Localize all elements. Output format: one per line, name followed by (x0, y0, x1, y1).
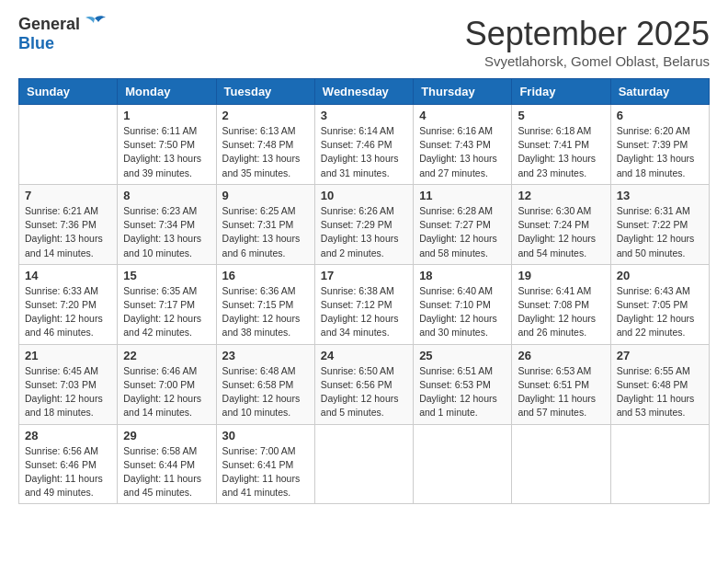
day-cell: 26Sunrise: 6:53 AMSunset: 6:51 PMDayligh… (512, 344, 610, 424)
day-info: Sunrise: 6:50 AMSunset: 6:56 PMDaylight:… (321, 364, 407, 420)
day-cell: 2Sunrise: 6:13 AMSunset: 7:48 PMDaylight… (216, 105, 314, 185)
day-cell: 15Sunrise: 6:35 AMSunset: 7:17 PMDayligh… (118, 264, 216, 344)
day-info: Sunrise: 6:11 AMSunset: 7:50 PMDaylight:… (123, 124, 210, 180)
day-cell: 8Sunrise: 6:23 AMSunset: 7:34 PMDaylight… (118, 184, 216, 264)
day-number: 26 (518, 349, 604, 362)
day-info: Sunrise: 6:16 AMSunset: 7:43 PMDaylight:… (419, 124, 506, 180)
logo-bird-icon (82, 15, 108, 35)
day-cell: 12Sunrise: 6:30 AMSunset: 7:24 PMDayligh… (512, 184, 610, 264)
weekday-header-friday: Friday (512, 79, 610, 105)
day-number: 20 (617, 269, 703, 282)
day-number: 23 (222, 349, 309, 362)
day-info: Sunrise: 6:56 AMSunset: 6:46 PMDaylight:… (25, 444, 111, 500)
day-number: 25 (419, 349, 506, 362)
day-info: Sunrise: 6:21 AMSunset: 7:36 PMDaylight:… (25, 204, 111, 260)
week-row-3: 14Sunrise: 6:33 AMSunset: 7:20 PMDayligh… (19, 264, 710, 344)
day-cell (610, 424, 709, 504)
day-cell (314, 424, 413, 504)
day-info: Sunrise: 6:46 AMSunset: 7:00 PMDaylight:… (123, 364, 210, 420)
day-info: Sunrise: 6:38 AMSunset: 7:12 PMDaylight:… (321, 284, 407, 340)
day-number: 11 (419, 189, 506, 202)
day-cell: 7Sunrise: 6:21 AMSunset: 7:36 PMDaylight… (19, 184, 118, 264)
month-title: September 2025 (465, 15, 710, 53)
day-number: 28 (25, 429, 111, 442)
week-row-5: 28Sunrise: 6:56 AMSunset: 6:46 PMDayligh… (19, 424, 710, 504)
day-cell: 19Sunrise: 6:41 AMSunset: 7:08 PMDayligh… (512, 264, 610, 344)
day-info: Sunrise: 6:30 AMSunset: 7:24 PMDaylight:… (518, 204, 604, 260)
subtitle: Svyetlahorsk, Gomel Oblast, Belarus (465, 53, 710, 69)
weekday-header-saturday: Saturday (610, 79, 709, 105)
weekday-header-thursday: Thursday (414, 79, 512, 105)
day-cell: 29Sunrise: 6:58 AMSunset: 6:44 PMDayligh… (118, 424, 216, 504)
day-number: 19 (518, 269, 604, 282)
day-cell: 16Sunrise: 6:36 AMSunset: 7:15 PMDayligh… (216, 264, 314, 344)
day-number: 3 (321, 109, 407, 122)
day-number: 7 (25, 189, 111, 202)
day-info: Sunrise: 6:51 AMSunset: 6:53 PMDaylight:… (419, 364, 506, 420)
day-info: Sunrise: 6:41 AMSunset: 7:08 PMDaylight:… (518, 284, 604, 340)
day-info: Sunrise: 6:40 AMSunset: 7:10 PMDaylight:… (419, 284, 506, 340)
day-number: 14 (25, 269, 111, 282)
day-cell: 5Sunrise: 6:18 AMSunset: 7:41 PMDaylight… (512, 105, 610, 185)
day-number: 2 (222, 109, 309, 122)
day-cell: 11Sunrise: 6:28 AMSunset: 7:27 PMDayligh… (414, 184, 512, 264)
day-number: 10 (321, 189, 407, 202)
day-cell: 22Sunrise: 6:46 AMSunset: 7:00 PMDayligh… (118, 344, 216, 424)
day-info: Sunrise: 6:58 AMSunset: 6:44 PMDaylight:… (123, 444, 210, 500)
day-info: Sunrise: 7:00 AMSunset: 6:41 PMDaylight:… (222, 444, 309, 500)
day-info: Sunrise: 6:33 AMSunset: 7:20 PMDaylight:… (25, 284, 111, 340)
day-info: Sunrise: 6:45 AMSunset: 7:03 PMDaylight:… (25, 364, 111, 420)
day-info: Sunrise: 6:28 AMSunset: 7:27 PMDaylight:… (419, 204, 506, 260)
day-number: 22 (123, 349, 210, 362)
day-cell: 24Sunrise: 6:50 AMSunset: 6:56 PMDayligh… (314, 344, 413, 424)
calendar-table: SundayMondayTuesdayWednesdayThursdayFrid… (18, 78, 710, 504)
day-info: Sunrise: 6:25 AMSunset: 7:31 PMDaylight:… (222, 204, 309, 260)
logo-blue: Blue (18, 35, 54, 53)
day-number: 27 (617, 349, 703, 362)
day-number: 21 (25, 349, 111, 362)
day-info: Sunrise: 6:14 AMSunset: 7:46 PMDaylight:… (321, 124, 407, 180)
day-number: 4 (419, 109, 506, 122)
day-cell: 9Sunrise: 6:25 AMSunset: 7:31 PMDaylight… (216, 184, 314, 264)
day-cell: 4Sunrise: 6:16 AMSunset: 7:43 PMDaylight… (414, 105, 512, 185)
day-info: Sunrise: 6:23 AMSunset: 7:34 PMDaylight:… (123, 204, 210, 260)
weekday-header-wednesday: Wednesday (314, 79, 413, 105)
day-number: 6 (617, 109, 703, 122)
logo: General Blue (18, 15, 108, 53)
weekday-header-sunday: Sunday (19, 79, 118, 105)
day-info: Sunrise: 6:13 AMSunset: 7:48 PMDaylight:… (222, 124, 309, 180)
day-info: Sunrise: 6:18 AMSunset: 7:41 PMDaylight:… (518, 124, 604, 180)
day-cell: 25Sunrise: 6:51 AMSunset: 6:53 PMDayligh… (414, 344, 512, 424)
day-number: 13 (617, 189, 703, 202)
day-cell: 28Sunrise: 6:56 AMSunset: 6:46 PMDayligh… (19, 424, 118, 504)
day-number: 24 (321, 349, 407, 362)
day-cell: 10Sunrise: 6:26 AMSunset: 7:29 PMDayligh… (314, 184, 413, 264)
weekday-header-monday: Monday (118, 79, 216, 105)
week-row-2: 7Sunrise: 6:21 AMSunset: 7:36 PMDaylight… (19, 184, 710, 264)
day-number: 1 (123, 109, 210, 122)
weekday-header-row: SundayMondayTuesdayWednesdayThursdayFrid… (19, 79, 710, 105)
day-info: Sunrise: 6:35 AMSunset: 7:17 PMDaylight:… (123, 284, 210, 340)
day-cell: 30Sunrise: 7:00 AMSunset: 6:41 PMDayligh… (216, 424, 314, 504)
day-number: 17 (321, 269, 407, 282)
day-cell: 23Sunrise: 6:48 AMSunset: 6:58 PMDayligh… (216, 344, 314, 424)
day-cell: 17Sunrise: 6:38 AMSunset: 7:12 PMDayligh… (314, 264, 413, 344)
day-number: 18 (419, 269, 506, 282)
logo-general: General (18, 16, 80, 34)
day-cell: 14Sunrise: 6:33 AMSunset: 7:20 PMDayligh… (19, 264, 118, 344)
day-cell: 3Sunrise: 6:14 AMSunset: 7:46 PMDaylight… (314, 105, 413, 185)
day-cell: 27Sunrise: 6:55 AMSunset: 6:48 PMDayligh… (610, 344, 709, 424)
day-number: 16 (222, 269, 309, 282)
weekday-header-tuesday: Tuesday (216, 79, 314, 105)
day-number: 9 (222, 189, 309, 202)
title-area: September 2025 Svyetlahorsk, Gomel Oblas… (465, 15, 710, 69)
day-cell: 6Sunrise: 6:20 AMSunset: 7:39 PMDaylight… (610, 105, 709, 185)
day-cell: 18Sunrise: 6:40 AMSunset: 7:10 PMDayligh… (414, 264, 512, 344)
day-info: Sunrise: 6:20 AMSunset: 7:39 PMDaylight:… (617, 124, 703, 180)
day-cell: 20Sunrise: 6:43 AMSunset: 7:05 PMDayligh… (610, 264, 709, 344)
day-cell: 21Sunrise: 6:45 AMSunset: 7:03 PMDayligh… (19, 344, 118, 424)
day-number: 5 (518, 109, 604, 122)
day-number: 29 (123, 429, 210, 442)
week-row-4: 21Sunrise: 6:45 AMSunset: 7:03 PMDayligh… (19, 344, 710, 424)
day-info: Sunrise: 6:26 AMSunset: 7:29 PMDaylight:… (321, 204, 407, 260)
